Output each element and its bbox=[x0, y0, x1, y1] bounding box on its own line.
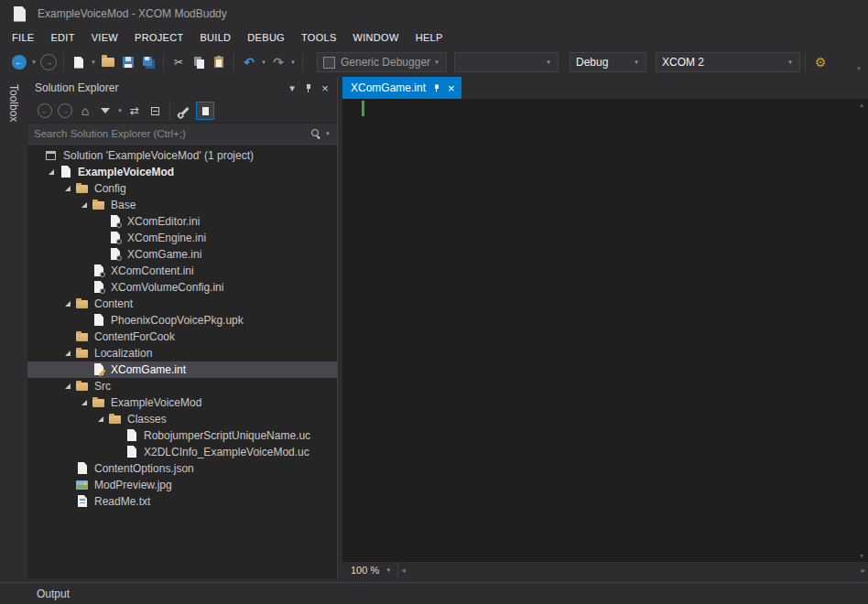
tree-item-xcomgame-ini[interactable]: XComGame.ini bbox=[27, 246, 337, 263]
close-button[interactable]: × bbox=[317, 80, 333, 96]
tree-item-config[interactable]: Config bbox=[27, 180, 337, 197]
tree-item-examplevoicemod[interactable]: ExampleVoiceMod bbox=[27, 164, 337, 180]
pin-icon[interactable] bbox=[433, 83, 441, 92]
menu-item-tools[interactable]: TOOLS bbox=[293, 27, 345, 48]
filter-button[interactable] bbox=[96, 102, 114, 120]
window-position-button[interactable]: ▾ bbox=[284, 80, 300, 96]
tree-item-phoenixcoopvoicepkg-upk[interactable]: PhoenixCoopVoicePkg.upk bbox=[27, 312, 337, 329]
menu-item-project[interactable]: PROJECT bbox=[126, 27, 191, 48]
collapse-all-button[interactable] bbox=[146, 102, 164, 120]
search-input[interactable] bbox=[27, 124, 337, 145]
expander-icon[interactable] bbox=[60, 351, 75, 356]
editor-scroll-row: 100 % ▾ ◂ ▸ bbox=[342, 562, 868, 578]
paste-button[interactable] bbox=[210, 52, 228, 72]
tree-item-solution-examplevoicemod-1-project[interactable]: Solution 'ExampleVoiceMod' (1 project) bbox=[27, 147, 337, 164]
new-file-menu-button[interactable]: ▾ bbox=[89, 52, 98, 72]
tree-item-content[interactable]: Content bbox=[27, 296, 337, 312]
cut-button[interactable]: ✂ bbox=[169, 52, 188, 72]
menu-item-view[interactable]: VIEW bbox=[83, 27, 126, 48]
navigate-back-menu-button[interactable]: ▾ bbox=[29, 52, 38, 72]
tools-button[interactable]: ⚙ bbox=[811, 52, 830, 72]
solution-configuration-combo[interactable]: Debug ▾ bbox=[570, 52, 646, 72]
tree-item-label: Localization bbox=[94, 347, 152, 360]
tree-item-modpreview-jpg[interactable]: ModPreview.jpg bbox=[27, 477, 337, 493]
tree-item-contentforcook[interactable]: ContentForCook bbox=[27, 329, 337, 345]
scroll-up-icon: ▴ bbox=[860, 101, 863, 109]
open-file-button[interactable] bbox=[99, 52, 117, 72]
tree-item-xcomcontent-ini[interactable]: XComContent.ini bbox=[27, 263, 337, 279]
expander-icon[interactable] bbox=[77, 202, 92, 208]
save-button[interactable] bbox=[119, 52, 137, 72]
tree-item-label: XComGame.ini bbox=[127, 248, 201, 261]
tree-item-src[interactable]: Src bbox=[27, 378, 337, 394]
properties-button[interactable] bbox=[176, 102, 194, 120]
expander-icon[interactable] bbox=[77, 400, 92, 405]
tree-item-contentoptions-json[interactable]: ContentOptions.json bbox=[27, 460, 337, 477]
menu-item-window[interactable]: WINDOW bbox=[345, 27, 407, 48]
zoom-combo[interactable]: 100 % ▾ bbox=[342, 562, 397, 578]
code-editor[interactable]: ▴ ▾ bbox=[342, 99, 868, 562]
toolbox-tab[interactable]: Toolbox bbox=[0, 77, 27, 578]
search-options-button[interactable]: ▾ bbox=[323, 124, 332, 144]
undo-menu-button[interactable]: ▾ bbox=[259, 52, 268, 72]
tree-item-readme-txt[interactable]: ReadMe.txt bbox=[27, 493, 337, 510]
expander-icon[interactable] bbox=[44, 169, 59, 175]
output-panel[interactable]: Output bbox=[0, 582, 868, 604]
solution-platform-combo[interactable]: XCOM 2 ▾ bbox=[656, 52, 800, 72]
vertical-scrollbar[interactable]: ▴ ▾ bbox=[855, 99, 868, 562]
menu-item-debug[interactable]: DEBUG bbox=[239, 27, 293, 48]
tree-item-base[interactable]: Base bbox=[27, 197, 337, 213]
tree-item-xcomgame-int[interactable]: XComGame.int bbox=[27, 361, 337, 378]
copy-button[interactable] bbox=[190, 52, 208, 72]
ini-icon bbox=[108, 214, 123, 229]
new-file-button[interactable] bbox=[70, 52, 88, 72]
tree-item-xcomengine-ini[interactable]: XComEngine.ini bbox=[27, 230, 337, 246]
title-bar[interactable]: ExampleVoiceMod - XCOM ModBuddy bbox=[0, 0, 868, 27]
ini-icon bbox=[108, 231, 123, 245]
tree-item-localization[interactable]: Localization bbox=[27, 345, 337, 361]
toolbar-separator bbox=[163, 53, 164, 71]
editor-tab-xcomgame-int[interactable]: XComGame.int × bbox=[342, 77, 461, 99]
sync-active-document-button[interactable]: ⇄ bbox=[125, 102, 144, 120]
tree-item-x2dlcinfo-examplevoicemod-uc[interactable]: X2DLCInfo_ExampleVoiceMod.uc bbox=[27, 444, 337, 460]
save-all-icon bbox=[143, 57, 152, 66]
navigate-back-button[interactable]: ← bbox=[10, 52, 28, 72]
search-icon[interactable] bbox=[310, 128, 321, 139]
copy-icon bbox=[197, 59, 204, 69]
debugger-combo[interactable]: Generic Debugger ▾ bbox=[317, 52, 447, 72]
scroll-right-icon: ▸ bbox=[861, 566, 865, 575]
preview-selected-items-toggle[interactable] bbox=[196, 102, 214, 120]
menu-item-edit[interactable]: EDIT bbox=[42, 27, 82, 48]
expander-icon[interactable] bbox=[93, 416, 108, 422]
tree-item-xcomeditor-ini[interactable]: XComEditor.ini bbox=[27, 213, 337, 230]
se-forward-button[interactable]: → bbox=[56, 102, 74, 120]
navigate-forward-button[interactable]: → bbox=[39, 52, 58, 72]
toolbar-overflow-button[interactable]: ▾ bbox=[853, 50, 864, 74]
new-file-icon bbox=[74, 57, 83, 69]
menu-item-build[interactable]: BUILD bbox=[191, 27, 239, 48]
expander-icon[interactable] bbox=[60, 383, 75, 389]
home-button[interactable]: ⌂ bbox=[76, 102, 94, 120]
debug-target-combo[interactable]: ▾ bbox=[454, 52, 559, 72]
pin-button[interactable] bbox=[300, 80, 317, 96]
redo-button[interactable]: ↷ bbox=[269, 52, 288, 72]
text-icon bbox=[75, 494, 90, 509]
expander-icon[interactable] bbox=[60, 186, 75, 191]
filter-menu-button[interactable]: ▾ bbox=[115, 101, 125, 121]
menu-item-help[interactable]: HELP bbox=[407, 27, 451, 48]
folder-icon bbox=[108, 412, 123, 426]
menu-item-file[interactable]: FILE bbox=[4, 27, 42, 48]
horizontal-scrollbar[interactable]: ◂ ▸ bbox=[397, 562, 868, 578]
tree-item-examplevoicemod[interactable]: ExampleVoiceMod bbox=[27, 394, 337, 411]
tree-item-classes[interactable]: Classes bbox=[27, 411, 337, 427]
undo-button[interactable]: ↶ bbox=[240, 52, 258, 72]
se-back-button[interactable]: ← bbox=[36, 102, 54, 120]
save-all-button[interactable] bbox=[139, 52, 157, 72]
redo-menu-button[interactable]: ▾ bbox=[288, 52, 298, 72]
tree-item-label: ContentForCook bbox=[94, 330, 175, 343]
close-tab-button[interactable]: × bbox=[448, 82, 455, 94]
solution-explorer-header[interactable]: Solution Explorer ▾ × bbox=[27, 77, 337, 99]
tree-item-robojumperscriptuniquename-uc[interactable]: RobojumperScriptUniqueName.uc bbox=[27, 427, 337, 444]
tree-item-xcomvolumeconfig-ini[interactable]: XComVolumeConfig.ini bbox=[27, 279, 337, 296]
expander-icon[interactable] bbox=[60, 301, 75, 307]
